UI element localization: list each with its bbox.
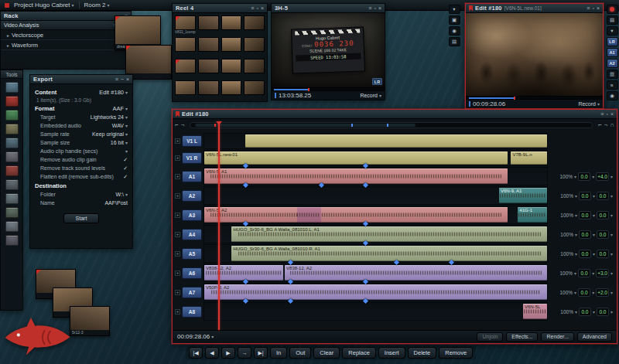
clip-thumbnail[interactable] <box>221 37 242 56</box>
clip-segment[interactable]: V6N-5, A2 <box>204 207 508 223</box>
output-a1-badge[interactable]: A1 <box>607 48 618 57</box>
close-icon[interactable]: × <box>610 111 614 117</box>
track-lane[interactable]: V50P-3, A2 <box>203 283 548 301</box>
track-level-value[interactable]: 0.0 <box>579 230 591 239</box>
track-lane[interactable]: V6N-9, A1 <box>203 186 548 205</box>
effects-tool-icon[interactable] <box>5 151 19 162</box>
edit-position-bar[interactable] <box>466 96 603 99</box>
step-forward-icon[interactable]: → <box>238 347 251 359</box>
track-level-value[interactable]: 0.0 <box>578 269 590 277</box>
desktop-thumbnail[interactable]: 5r12-3 <box>70 306 110 336</box>
replace-button[interactable]: Replace <box>342 347 376 359</box>
edit-record-menu[interactable]: Record▾ <box>578 101 600 107</box>
timeline-header[interactable]: Edit #180 ≡ ▫ × <box>173 110 617 119</box>
clip-thumbnail[interactable] <box>221 59 242 78</box>
output-lr-badge[interactable]: LR <box>607 37 618 46</box>
track-lane[interactable] <box>203 133 548 149</box>
track-level-percent[interactable]: 100% <box>560 251 573 257</box>
export-option-sample-rate[interactable]: Sample rateKeep original▾ <box>35 130 128 138</box>
track-gain-value[interactable]: +4.0 <box>596 172 609 181</box>
output-a2-badge[interactable]: A2 <box>607 59 618 68</box>
source-timecode[interactable]: 13:03:58.25 <box>279 92 311 99</box>
zoom-out-icon[interactable]: ⌐ <box>598 119 602 131</box>
content-value[interactable]: Edit #180 <box>99 89 124 96</box>
menu-icon[interactable]: ≡ <box>607 80 618 90</box>
track-expand-button[interactable]: + <box>175 193 180 199</box>
track-expand-button[interactable]: + <box>175 251 180 257</box>
source-record-menu[interactable]: Record▾ <box>360 93 381 98</box>
track-level-percent[interactable]: 100% <box>560 193 573 199</box>
clip-thumbnail[interactable] <box>244 59 265 78</box>
track-level-percent[interactable]: 100% <box>560 309 573 315</box>
minimize-icon[interactable]: − <box>121 77 124 82</box>
source-video-frame[interactable]: Hugo Cabret CONU 0036 230 SCENE 188-32 T… <box>272 13 385 87</box>
render-button[interactable]: Render... <box>541 332 573 342</box>
track-header-a3[interactable]: A3 <box>182 209 202 221</box>
clip-thumbnail[interactable] <box>244 15 265 35</box>
track-gain-value[interactable]: 0.0 <box>597 230 609 239</box>
clear-button[interactable]: Clear <box>313 347 340 359</box>
settings-icon[interactable]: ≡ <box>115 77 118 82</box>
grid-tool-icon[interactable] <box>5 193 19 204</box>
track-level-value[interactable]: 0.0 <box>579 250 591 258</box>
clip-segment[interactable]: V838-12, A2 <box>285 265 547 281</box>
grid-icon[interactable]: ▤ <box>449 37 460 46</box>
mark-in-icon[interactable]: ⌐ <box>175 119 179 131</box>
target-icon[interactable]: ◉ <box>449 26 460 36</box>
clip-thumbnail[interactable] <box>175 37 196 56</box>
edit-timecode[interactable]: 00:09:28.06 <box>473 100 505 107</box>
video-analysis-header[interactable]: Video Analysis ≡ − × <box>1 21 131 30</box>
playhead[interactable] <box>218 121 220 330</box>
edit-video-frame[interactable] <box>466 13 603 96</box>
clip-segment[interactable]: V50P-3, A2 <box>204 284 547 300</box>
clip-segment[interactable] <box>245 134 547 148</box>
clip-thumbnail[interactable] <box>244 37 265 56</box>
clip-thumbnail[interactable] <box>198 37 219 56</box>
display-icon[interactable]: ▤ <box>607 15 618 25</box>
settings-icon[interactable]: ≡ <box>368 5 371 11</box>
source-position-bar[interactable] <box>272 87 385 90</box>
undock-icon[interactable]: ▫ <box>606 111 607 117</box>
track-expand-button[interactable]: + <box>175 270 180 276</box>
track-header-a1[interactable]: A1 <box>182 171 202 182</box>
record-tool-icon[interactable] <box>5 96 19 107</box>
viewer-tool-icon[interactable] <box>5 138 19 148</box>
track-expand-button[interactable]: + <box>175 174 180 179</box>
clip-segment[interactable]: HUGO_Sr30-6_BG A Walla_081010.R, A1 <box>231 246 547 261</box>
record-indicator[interactable] <box>607 5 618 14</box>
track-expand-button[interactable]: + <box>175 213 180 218</box>
export-folder-row[interactable]: Folder W:\ ▾ <box>35 190 128 199</box>
undock-icon[interactable]: ▫ <box>592 5 593 11</box>
clip-thumbnail[interactable] <box>175 59 196 78</box>
clip-segment[interactable] <box>297 207 321 223</box>
track-level-percent[interactable]: 100% <box>560 232 573 237</box>
track-lane[interactable]: V838-12, A2V838-12, A2 <box>203 264 548 282</box>
export-option-remove-audio-clip-gain[interactable]: Remove audio clip gain✓ <box>35 155 128 164</box>
clip-thumbnail[interactable] <box>198 15 219 35</box>
export-option-embedded-audio[interactable]: Embedded audioWAV▾ <box>35 121 128 130</box>
undock-icon[interactable]: ▫ <box>374 5 375 11</box>
track-header-a2[interactable]: A2 <box>182 190 202 202</box>
clip-thumbnail[interactable] <box>198 59 219 78</box>
project-menu[interactable]: Project Hugo Cabret▾ <box>14 2 74 9</box>
track-lane[interactable]: HUGO_Sr30-6_BG A Walla_081010.L, A1 <box>203 225 548 243</box>
in-button[interactable]: In <box>270 347 287 359</box>
format-value[interactable]: AAF <box>112 105 124 112</box>
bins-tool-icon[interactable] <box>5 110 19 121</box>
titles-tool-icon[interactable] <box>5 179 19 190</box>
clip-thumbnail[interactable] <box>198 80 219 100</box>
track-header-v1r[interactable]: V1 R <box>182 152 202 164</box>
track-lane[interactable]: V6N-5, A1 <box>203 167 548 185</box>
play-icon[interactable]: ▶ <box>221 347 235 359</box>
close-icon[interactable]: × <box>378 5 381 11</box>
help-tool-icon[interactable] <box>5 235 19 246</box>
track-gain-value[interactable]: +3.0 <box>596 269 609 277</box>
track-lane[interactable]: HUGO_Sr30-6_BG A Walla_081010.R, A1 <box>203 244 548 263</box>
track-level-value[interactable]: 0.0 <box>579 211 591 219</box>
clip-segment[interactable]: V6N-9, A1 <box>499 188 547 203</box>
clip-segment[interactable]: V6N-5L <box>523 304 547 319</box>
timeline-overview-bar[interactable] <box>190 122 593 128</box>
clip-segment[interactable]: HUGO_Sr30-6_BG A Walla_081010.L, A1 <box>231 226 547 242</box>
audio-tool-icon[interactable] <box>5 207 19 218</box>
export-option-sample-size[interactable]: Sample size16 bit▾ <box>35 138 128 147</box>
